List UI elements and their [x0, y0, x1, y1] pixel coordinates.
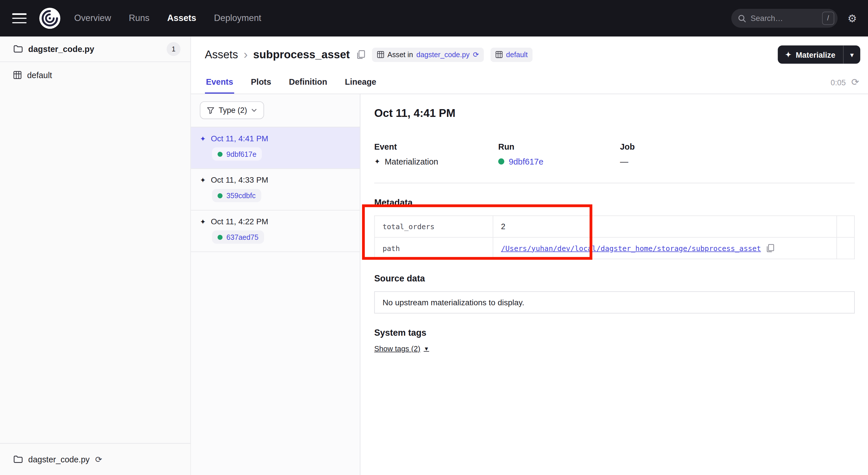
event-time: Oct 11, 4:22 PM [211, 217, 268, 226]
tab-events[interactable]: Events [205, 71, 235, 94]
metadata-key: path [375, 237, 493, 259]
sidebar-item-default-group[interactable]: default [0, 62, 190, 88]
tab-plots[interactable]: Plots [250, 71, 272, 94]
breadcrumb: Assets › subprocess_asset [205, 48, 350, 61]
system-tags-heading: System tags [374, 328, 855, 338]
show-tags-label: Show tags (2) [374, 345, 421, 353]
main-content: Assets › subprocess_asset Asset in [191, 36, 868, 475]
materialization-icon: ✦ [200, 135, 206, 142]
type-filter-button[interactable]: Type (2) [200, 101, 264, 119]
sidebar-item-label: default [27, 70, 52, 80]
breadcrumb-chevron-icon: › [244, 49, 248, 61]
refresh-timer: 0:05 ⟳ [831, 78, 859, 94]
event-time: Oct 11, 4:41 PM [211, 134, 268, 143]
materialization-icon: ✦ [200, 218, 206, 225]
table-row: path /Users/yuhan/dev/local/dagster_home… [375, 237, 855, 259]
run-id-pill[interactable]: 637aed75 [212, 230, 264, 243]
chip-prefix: Asset in [388, 51, 413, 59]
nav-item-assets[interactable]: Assets [167, 13, 196, 23]
event-detail-panel: Oct 11, 4:41 PM Event ✦ Materialization … [361, 94, 868, 475]
dagster-logo[interactable] [39, 7, 61, 29]
show-tags-toggle[interactable]: Show tags (2) ▼ [374, 345, 429, 353]
metadata-value: /Users/yuhan/dev/local/dagster_home/stor… [493, 237, 837, 259]
metadata-table: total_orders 2 path /Users/yuhan/dev/loc… [374, 215, 855, 259]
metadata-expand-cell[interactable] [837, 216, 855, 237]
event-label: Event [374, 142, 498, 151]
search-icon [738, 14, 746, 22]
asset-header: Assets › subprocess_asset Asset in [191, 36, 868, 64]
metadata-heading: Metadata [374, 198, 855, 208]
path-link[interactable]: /Users/yuhan/dev/local/dagster_home/stor… [501, 244, 761, 253]
run-id-pill[interactable]: 9dbf617e [212, 147, 262, 160]
event-detail-title: Oct 11, 4:41 PM [374, 107, 855, 119]
source-data-heading: Source data [374, 274, 855, 284]
folder-icon [13, 45, 23, 53]
materialize-label: Materialize [796, 50, 835, 59]
asset-group-chip[interactable]: default [491, 48, 533, 62]
nav-item-overview[interactable]: Overview [74, 13, 111, 23]
materialize-dropdown-button[interactable]: ▼ [844, 46, 860, 64]
menu-icon[interactable] [12, 13, 26, 23]
chip-group-link[interactable]: default [506, 51, 528, 59]
run-id-pill[interactable]: 359cdbfc [212, 189, 261, 202]
job-label: Job [620, 142, 634, 151]
copy-icon[interactable] [766, 244, 774, 253]
search-input[interactable] [751, 14, 817, 23]
page-title: subprocess_asset [253, 48, 350, 61]
topbar: Overview Runs Assets Deployment / ⚙ [0, 0, 868, 36]
job-value: — [620, 157, 628, 166]
run-id-link[interactable]: 9dbf617e [508, 157, 544, 166]
materialize-button[interactable]: ✦ Materialize [778, 46, 844, 64]
chevron-down-icon [251, 109, 257, 112]
main-nav: Overview Runs Assets Deployment [74, 13, 261, 23]
reload-icon[interactable]: ⟳ [473, 51, 479, 58]
event-info-grid: Event ✦ Materialization Run 9dbf617e [374, 142, 855, 166]
search-shortcut-badge: / [822, 12, 834, 25]
sidebar-bottom-label: dagster_code.py [28, 455, 90, 464]
tab-lineage[interactable]: Lineage [344, 71, 377, 94]
sidebar-bottom-code-location[interactable]: dagster_code.py ⟳ [0, 443, 190, 475]
tabs-bar: Events Plots Definition Lineage 0:05 ⟳ [191, 71, 868, 94]
event-list-item[interactable]: ✦ Oct 11, 4:33 PM 359cdbfc [191, 168, 360, 210]
sidebar-item-label: dagster_code.py [28, 44, 94, 54]
topbar-right: / ⚙ [732, 9, 857, 28]
nav-item-runs[interactable]: Runs [129, 13, 150, 23]
breadcrumb-assets[interactable]: Assets [205, 48, 238, 61]
event-list-item[interactable]: ✦ Oct 11, 4:41 PM 9dbf617e [191, 127, 360, 169]
gear-icon[interactable]: ⚙ [848, 13, 857, 24]
asset-count-badge: 1 [167, 42, 181, 56]
run-status-dot [218, 235, 222, 239]
app-window: Overview Runs Assets Deployment / ⚙ dags… [0, 0, 868, 475]
divider [374, 183, 855, 183]
caret-down-icon: ▼ [424, 346, 429, 352]
sidebar-item-code-location[interactable]: dagster_code.py 1 [0, 36, 190, 62]
metadata-expand-cell[interactable] [837, 237, 855, 259]
run-status-dot [218, 151, 222, 156]
asset-location-chip[interactable]: Asset in dagster_code.py ⟳ [372, 48, 484, 62]
sparkle-icon: ✦ [785, 51, 792, 58]
search-box[interactable]: / [732, 9, 838, 28]
materialization-icon: ✦ [374, 158, 380, 165]
refresh-elapsed: 0:05 [831, 78, 846, 87]
metadata-key: total_orders [375, 216, 493, 237]
materialize-split-button: ✦ Materialize ▼ [778, 46, 860, 64]
sidebar: dagster_code.py 1 default dagster_code.p… [0, 36, 191, 475]
run-id: 359cdbfc [226, 191, 256, 200]
reload-icon[interactable]: ⟳ [95, 455, 102, 464]
copy-icon[interactable] [356, 50, 365, 59]
event-list-item[interactable]: ✦ Oct 11, 4:22 PM 637aed75 [191, 210, 360, 251]
run-id: 637aed75 [226, 233, 259, 241]
event-time: Oct 11, 4:33 PM [211, 175, 268, 184]
grid-icon [495, 51, 503, 58]
run-id: 9dbf617e [226, 150, 257, 158]
metadata-value: 2 [493, 216, 837, 237]
tab-definition[interactable]: Definition [288, 71, 329, 94]
run-label: Run [498, 142, 620, 151]
filter-icon [207, 107, 214, 114]
nav-item-deployment[interactable]: Deployment [214, 13, 261, 23]
chip-code-location-link[interactable]: dagster_code.py [416, 51, 470, 59]
events-list-panel: Type (2) ✦ Oct 11, 4:41 PM [191, 94, 360, 475]
events-list: ✦ Oct 11, 4:41 PM 9dbf617e ✦ Oct 11, 4:3… [191, 127, 360, 252]
folder-icon [13, 455, 23, 464]
refresh-icon[interactable]: ⟳ [851, 78, 859, 87]
